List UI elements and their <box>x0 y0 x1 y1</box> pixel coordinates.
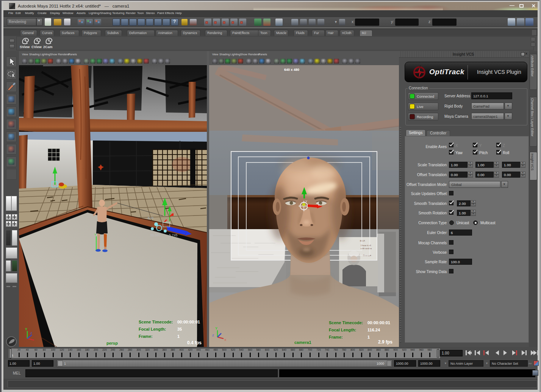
svg-text:Frame:: Frame: <box>139 334 153 339</box>
svg-text:Z: Z <box>30 331 32 335</box>
svg-text:Scene Timecode:: Scene Timecode: <box>329 320 363 325</box>
svg-text:Focal Length:: Focal Length: <box>329 328 356 332</box>
svg-text:Scene Timecode:: Scene Timecode: <box>139 320 173 324</box>
svg-text:persp: persp <box>106 341 118 345</box>
svg-text:R.I.P.: R.I.P. <box>360 240 366 242</box>
svg-text:35: 35 <box>177 327 182 331</box>
svg-text:Y: Y <box>25 327 27 331</box>
svg-text:X: X <box>224 338 227 342</box>
svg-text:1: 1 <box>177 334 180 339</box>
svg-text:0.4 fps: 0.4 fps <box>187 340 202 345</box>
svg-text:00:00:00:01: 00:00:00:01 <box>177 320 200 324</box>
svg-text:Y: Y <box>94 233 97 236</box>
svg-text:5.15: 5.15 <box>148 216 154 220</box>
svg-text:5.745: 5.745 <box>169 233 178 237</box>
svg-text:Focal Length:: Focal Length: <box>139 327 166 331</box>
svg-text:00:00:00:01: 00:00:00:01 <box>367 320 390 325</box>
svg-text:1: 1 <box>367 335 370 339</box>
svg-text:H: H <box>318 203 321 207</box>
svg-text:Frame:: Frame: <box>329 335 343 339</box>
svg-text:Y: Y <box>305 200 308 203</box>
svg-text:camera1: camera1 <box>294 340 311 345</box>
svg-text:2.9 fps: 2.9 fps <box>378 339 392 345</box>
svg-text:116.24: 116.24 <box>367 328 380 332</box>
svg-text:Z: Z <box>212 334 214 337</box>
svg-text:38.060: 38.060 <box>150 233 161 237</box>
svg-text:Y: Y <box>215 326 217 330</box>
svg-text:640 x 480: 640 x 480 <box>284 68 299 72</box>
